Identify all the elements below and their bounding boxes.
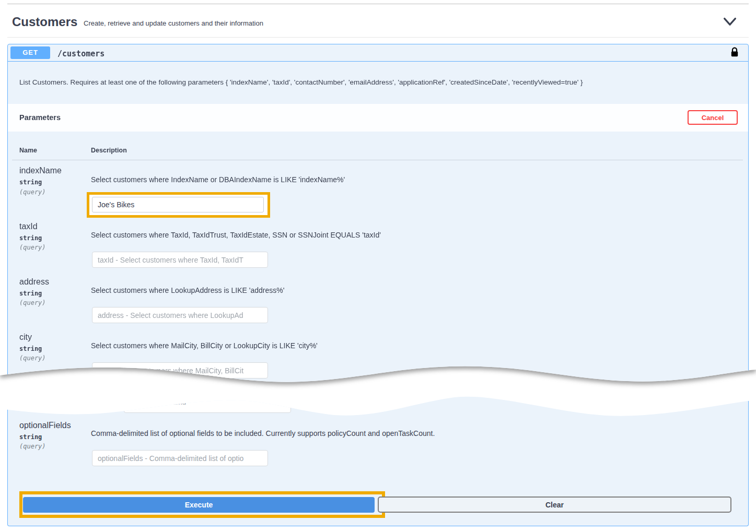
param-description: Select customers where MailCity, BillCit…	[91, 341, 318, 350]
indexName-highlight-box	[87, 192, 270, 218]
column-header-description: Description	[91, 147, 127, 154]
cancel-button[interactable]: Cancel	[688, 110, 738, 125]
param-name: taxId	[19, 222, 38, 231]
section-subtitle: Create, retrieve and update customers an…	[84, 19, 263, 27]
param-in: (query)	[19, 188, 46, 196]
section-title: Customers	[12, 15, 77, 29]
param-description: Select customers where LookupAddress is …	[91, 286, 284, 294]
param-type: string	[19, 234, 42, 242]
param-type: string	[19, 290, 42, 297]
parameters-label: Parameters	[19, 113, 61, 122]
param-type: string	[19, 345, 42, 352]
param-description: Select customers where TaxId, TaxIdTrust…	[91, 231, 381, 239]
http-method-badge[interactable]: GET	[10, 46, 50, 59]
parameters-header-bar	[8, 104, 748, 132]
param-name: address	[19, 277, 49, 287]
column-header-name: Name	[19, 147, 37, 154]
top-divider	[7, 4, 749, 4]
param-type: string	[19, 179, 42, 186]
taxId-input[interactable]	[92, 252, 268, 268]
chevron-down-icon	[723, 20, 737, 28]
param-in: (query)	[19, 354, 46, 362]
operation-description: List Customers. Requires at least one of…	[19, 78, 583, 86]
authorize-lock-button[interactable]	[730, 47, 739, 59]
param-description: Select customers where IndexName or DBAI…	[91, 175, 345, 184]
address-input[interactable]	[92, 307, 268, 323]
torn-piece-top-shadow: Customers Create, retrieve and update cu…	[0, 0, 756, 532]
param-name: city	[19, 333, 32, 342]
lock-icon	[730, 51, 739, 59]
table-header-divider	[12, 160, 743, 160]
section-divider	[7, 37, 749, 38]
torn-piece-top: Customers Create, retrieve and update cu…	[0, 0, 756, 532]
param-name: indexName	[19, 166, 62, 175]
collapse-section-button[interactable]	[723, 17, 737, 28]
param-in: (query)	[19, 244, 46, 251]
operation-path: /customers	[57, 49, 104, 58]
operation-summary-divider	[8, 61, 748, 62]
indexName-input[interactable]	[92, 197, 264, 212]
city-input[interactable]	[92, 362, 268, 379]
param-in: (query)	[19, 299, 46, 306]
swagger-ui-screen: tion - the maximu optionalFields string …	[0, 0, 756, 532]
